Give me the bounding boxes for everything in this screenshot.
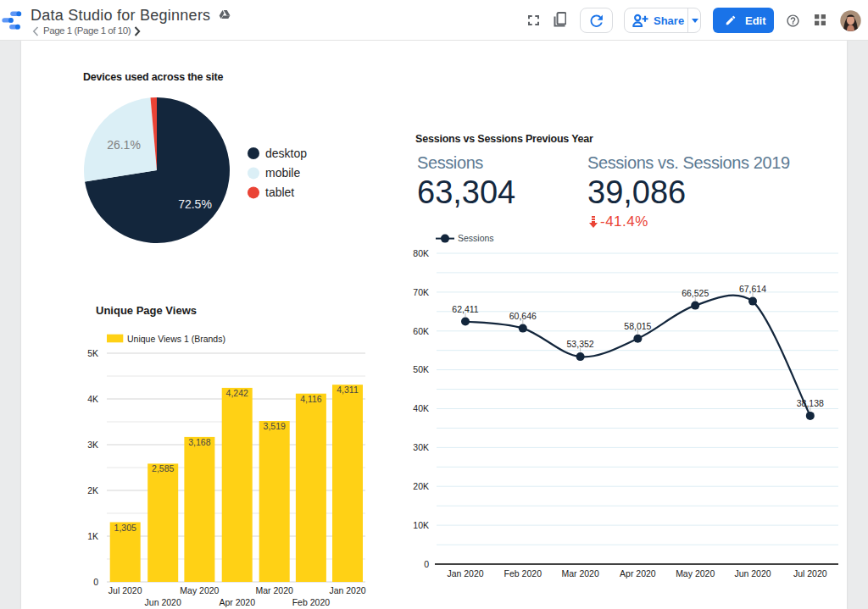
svg-text:Mar 2020: Mar 2020	[561, 568, 599, 579]
svg-text:desktop: desktop	[265, 147, 307, 160]
svg-text:72.5%: 72.5%	[178, 197, 212, 211]
svg-text:4K: 4K	[87, 394, 98, 404]
svg-text:3K: 3K	[87, 440, 98, 450]
svg-text:Jan 2020: Jan 2020	[447, 568, 483, 579]
svg-text:60K: 60K	[413, 326, 429, 336]
svg-text:tablet: tablet	[265, 185, 294, 199]
svg-text:3,168: 3,168	[188, 437, 210, 447]
svg-text:58,015: 58,015	[624, 321, 651, 331]
svg-text:5K: 5K	[87, 348, 98, 358]
svg-text:Apr 2020: Apr 2020	[219, 597, 255, 607]
svg-text:1,305: 1,305	[114, 523, 136, 533]
svg-text:60,646: 60,646	[509, 311, 537, 321]
svg-text:Sessions: Sessions	[458, 233, 494, 243]
svg-text:53,352: 53,352	[567, 339, 594, 349]
svg-text:Feb 2020: Feb 2020	[504, 568, 542, 579]
svg-text:26.1%: 26.1%	[107, 138, 141, 152]
svg-text:Apr 2020: Apr 2020	[620, 568, 656, 579]
svg-text:Jun 2020: Jun 2020	[145, 597, 181, 607]
svg-text:Mar 2020: Mar 2020	[256, 585, 294, 595]
svg-text:66,525: 66,525	[682, 288, 709, 298]
svg-text:4,116: 4,116	[300, 394, 322, 404]
svg-text:20K: 20K	[413, 481, 429, 491]
svg-text:30K: 30K	[413, 442, 429, 452]
svg-text:Jul 2020: Jul 2020	[793, 568, 827, 579]
svg-text:2,585: 2,585	[152, 463, 174, 473]
svg-text:40K: 40K	[413, 403, 429, 413]
svg-text:Jan 2020: Jan 2020	[329, 585, 365, 595]
svg-text:mobile: mobile	[265, 166, 300, 180]
svg-text:70K: 70K	[413, 287, 429, 297]
svg-text:2K: 2K	[87, 485, 98, 496]
svg-text:10K: 10K	[413, 520, 429, 530]
svg-text:Unique Views 1 (Brands): Unique Views 1 (Brands)	[127, 334, 225, 344]
svg-text:Feb 2020: Feb 2020	[292, 597, 331, 607]
svg-text:0: 0	[93, 577, 98, 587]
svg-text:62,411: 62,411	[452, 304, 478, 314]
svg-text:3,519: 3,519	[264, 421, 286, 431]
svg-text:4,242: 4,242	[226, 388, 248, 398]
svg-text:May 2020: May 2020	[676, 568, 715, 579]
svg-text:1K: 1K	[87, 531, 98, 541]
svg-text:67,614: 67,614	[739, 284, 766, 294]
svg-text:80K: 80K	[413, 248, 429, 258]
svg-text:0: 0	[424, 559, 429, 569]
svg-text:Jun 2020: Jun 2020	[734, 568, 771, 579]
svg-text:Jul 2020: Jul 2020	[108, 585, 142, 595]
svg-text:38,138: 38,138	[797, 398, 824, 408]
svg-text:50K: 50K	[413, 364, 429, 374]
svg-text:4,311: 4,311	[337, 385, 359, 395]
svg-text:May 2020: May 2020	[180, 585, 219, 595]
